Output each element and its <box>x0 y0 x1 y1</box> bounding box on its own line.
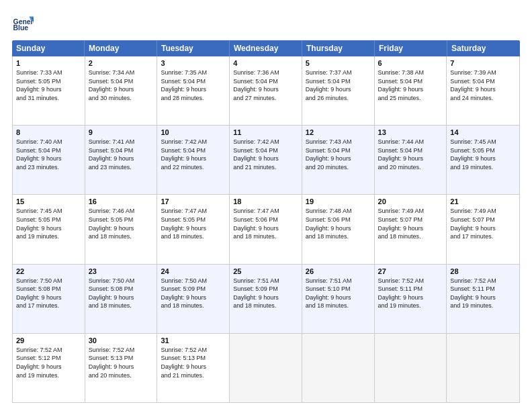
page: General Blue Sunday Monday Tuesday Wedne… <box>0 0 532 411</box>
table-row: 5Sunrise: 7:37 AM Sunset: 5:04 PM Daylig… <box>302 56 375 125</box>
day-number-10: 10 <box>161 128 226 136</box>
day-number-19: 19 <box>306 197 371 205</box>
cell-info: Sunrise: 7:50 AM Sunset: 5:08 PM Dayligh… <box>16 277 81 310</box>
logo-icon: General Blue <box>12 12 34 34</box>
day-number-28: 28 <box>450 267 516 275</box>
day-number-20: 20 <box>378 197 443 205</box>
table-row <box>447 334 519 402</box>
table-row: 7Sunrise: 7:39 AM Sunset: 5:04 PM Daylig… <box>447 56 519 125</box>
header: General Blue <box>12 12 520 34</box>
table-row <box>375 334 447 402</box>
cell-info: Sunrise: 7:38 AM Sunset: 5:04 PM Dayligh… <box>378 68 443 102</box>
cell-info: Sunrise: 7:34 AM Sunset: 5:04 PM Dayligh… <box>89 68 154 102</box>
table-row: 3Sunrise: 7:35 AM Sunset: 5:04 PM Daylig… <box>157 56 230 125</box>
day-number-16: 16 <box>89 197 154 205</box>
day-number-25: 25 <box>233 267 298 275</box>
cell-info: Sunrise: 7:45 AM Sunset: 5:05 PM Dayligh… <box>16 207 81 240</box>
day-number-18: 18 <box>233 197 298 205</box>
cell-info: Sunrise: 7:52 AM Sunset: 5:13 PM Dayligh… <box>161 346 226 379</box>
day-number-29: 29 <box>16 336 81 345</box>
cell-info: Sunrise: 7:52 AM Sunset: 5:13 PM Dayligh… <box>89 346 154 379</box>
day-number-12: 12 <box>306 128 371 136</box>
table-row: 28Sunrise: 7:52 AM Sunset: 5:11 PM Dayli… <box>447 265 519 333</box>
table-row: 17Sunrise: 7:47 AM Sunset: 5:05 PM Dayli… <box>157 195 230 263</box>
calendar-body: 1Sunrise: 7:33 AM Sunset: 5:05 PM Daylig… <box>12 56 520 403</box>
day-number-6: 6 <box>378 59 443 67</box>
table-row: 23Sunrise: 7:50 AM Sunset: 5:08 PM Dayli… <box>85 265 158 333</box>
table-row: 26Sunrise: 7:51 AM Sunset: 5:10 PM Dayli… <box>302 265 375 333</box>
week-row-2: 8Sunrise: 7:40 AM Sunset: 5:04 PM Daylig… <box>13 126 519 195</box>
cell-info: Sunrise: 7:49 AM Sunset: 5:07 PM Dayligh… <box>450 207 516 240</box>
day-number-21: 21 <box>450 197 516 205</box>
day-number-8: 8 <box>16 128 81 136</box>
cell-info: Sunrise: 7:35 AM Sunset: 5:04 PM Dayligh… <box>161 68 226 102</box>
table-row: 24Sunrise: 7:50 AM Sunset: 5:09 PM Dayli… <box>157 265 230 333</box>
day-number-17: 17 <box>161 197 226 205</box>
cell-info: Sunrise: 7:47 AM Sunset: 5:05 PM Dayligh… <box>161 207 226 240</box>
cell-info: Sunrise: 7:51 AM Sunset: 5:09 PM Dayligh… <box>233 277 298 310</box>
weekday-friday: Friday <box>375 40 447 56</box>
table-row: 12Sunrise: 7:43 AM Sunset: 5:04 PM Dayli… <box>302 126 375 194</box>
day-number-11: 11 <box>233 128 298 136</box>
day-number-4: 4 <box>233 59 298 67</box>
weekday-wednesday: Wednesday <box>230 40 302 56</box>
day-number-5: 5 <box>306 59 371 67</box>
table-row: 10Sunrise: 7:42 AM Sunset: 5:04 PM Dayli… <box>157 126 230 194</box>
table-row: 13Sunrise: 7:44 AM Sunset: 5:04 PM Dayli… <box>375 126 447 194</box>
week-row-5: 29Sunrise: 7:52 AM Sunset: 5:12 PM Dayli… <box>13 334 519 402</box>
cell-info: Sunrise: 7:43 AM Sunset: 5:04 PM Dayligh… <box>306 138 371 171</box>
day-number-15: 15 <box>16 197 81 205</box>
table-row: 21Sunrise: 7:49 AM Sunset: 5:07 PM Dayli… <box>447 195 519 263</box>
table-row: 27Sunrise: 7:52 AM Sunset: 5:11 PM Dayli… <box>375 265 447 333</box>
day-number-30: 30 <box>89 336 154 345</box>
svg-text:Blue: Blue <box>13 24 29 32</box>
day-number-22: 22 <box>16 267 81 275</box>
cell-info: Sunrise: 7:40 AM Sunset: 5:04 PM Dayligh… <box>16 138 81 171</box>
weekday-thursday: Thursday <box>302 40 375 56</box>
calendar: Sunday Monday Tuesday Wednesday Thursday… <box>12 40 520 403</box>
day-number-3: 3 <box>161 59 226 67</box>
cell-info: Sunrise: 7:45 AM Sunset: 5:05 PM Dayligh… <box>450 138 516 171</box>
table-row: 9Sunrise: 7:41 AM Sunset: 5:04 PM Daylig… <box>85 126 158 194</box>
cell-info: Sunrise: 7:49 AM Sunset: 5:07 PM Dayligh… <box>378 207 443 240</box>
cell-info: Sunrise: 7:42 AM Sunset: 5:04 PM Dayligh… <box>161 138 226 171</box>
cell-info: Sunrise: 7:37 AM Sunset: 5:04 PM Dayligh… <box>306 68 371 102</box>
table-row: 14Sunrise: 7:45 AM Sunset: 5:05 PM Dayli… <box>447 126 519 194</box>
cell-info: Sunrise: 7:52 AM Sunset: 5:11 PM Dayligh… <box>450 277 516 310</box>
weekday-monday: Monday <box>85 40 157 56</box>
day-number-27: 27 <box>378 267 443 275</box>
table-row: 25Sunrise: 7:51 AM Sunset: 5:09 PM Dayli… <box>230 265 302 333</box>
table-row: 8Sunrise: 7:40 AM Sunset: 5:04 PM Daylig… <box>13 126 85 194</box>
cell-info: Sunrise: 7:52 AM Sunset: 5:12 PM Dayligh… <box>16 346 81 379</box>
cell-info: Sunrise: 7:41 AM Sunset: 5:04 PM Dayligh… <box>89 138 154 171</box>
day-number-1: 1 <box>16 59 81 67</box>
cell-info: Sunrise: 7:50 AM Sunset: 5:09 PM Dayligh… <box>161 277 226 310</box>
table-row: 11Sunrise: 7:42 AM Sunset: 5:04 PM Dayli… <box>230 126 302 194</box>
day-number-14: 14 <box>450 128 516 136</box>
table-row: 22Sunrise: 7:50 AM Sunset: 5:08 PM Dayli… <box>13 265 85 333</box>
table-row <box>302 334 375 402</box>
cell-info: Sunrise: 7:39 AM Sunset: 5:04 PM Dayligh… <box>450 68 516 102</box>
table-row: 6Sunrise: 7:38 AM Sunset: 5:04 PM Daylig… <box>375 56 447 125</box>
day-number-9: 9 <box>89 128 154 136</box>
cell-info: Sunrise: 7:42 AM Sunset: 5:04 PM Dayligh… <box>233 138 298 171</box>
table-row: 15Sunrise: 7:45 AM Sunset: 5:05 PM Dayli… <box>13 195 85 263</box>
day-number-13: 13 <box>378 128 443 136</box>
table-row: 16Sunrise: 7:46 AM Sunset: 5:05 PM Dayli… <box>85 195 158 263</box>
cell-info: Sunrise: 7:51 AM Sunset: 5:10 PM Dayligh… <box>306 277 371 310</box>
day-number-26: 26 <box>306 267 371 275</box>
table-row: 4Sunrise: 7:36 AM Sunset: 5:04 PM Daylig… <box>230 56 302 125</box>
table-row: 30Sunrise: 7:52 AM Sunset: 5:13 PM Dayli… <box>85 334 158 402</box>
cell-info: Sunrise: 7:52 AM Sunset: 5:11 PM Dayligh… <box>378 277 443 310</box>
cell-info: Sunrise: 7:44 AM Sunset: 5:04 PM Dayligh… <box>378 138 443 171</box>
cell-info: Sunrise: 7:36 AM Sunset: 5:04 PM Dayligh… <box>233 68 298 102</box>
table-row: 18Sunrise: 7:47 AM Sunset: 5:06 PM Dayli… <box>230 195 302 263</box>
day-number-2: 2 <box>89 59 154 67</box>
table-row: 1Sunrise: 7:33 AM Sunset: 5:05 PM Daylig… <box>13 56 85 125</box>
week-row-3: 15Sunrise: 7:45 AM Sunset: 5:05 PM Dayli… <box>13 195 519 264</box>
table-row: 20Sunrise: 7:49 AM Sunset: 5:07 PM Dayli… <box>375 195 447 263</box>
cell-info: Sunrise: 7:50 AM Sunset: 5:08 PM Dayligh… <box>89 277 154 310</box>
calendar-header: Sunday Monday Tuesday Wednesday Thursday… <box>12 40 520 56</box>
logo: General Blue <box>12 12 38 34</box>
weekday-saturday: Saturday <box>447 40 520 56</box>
